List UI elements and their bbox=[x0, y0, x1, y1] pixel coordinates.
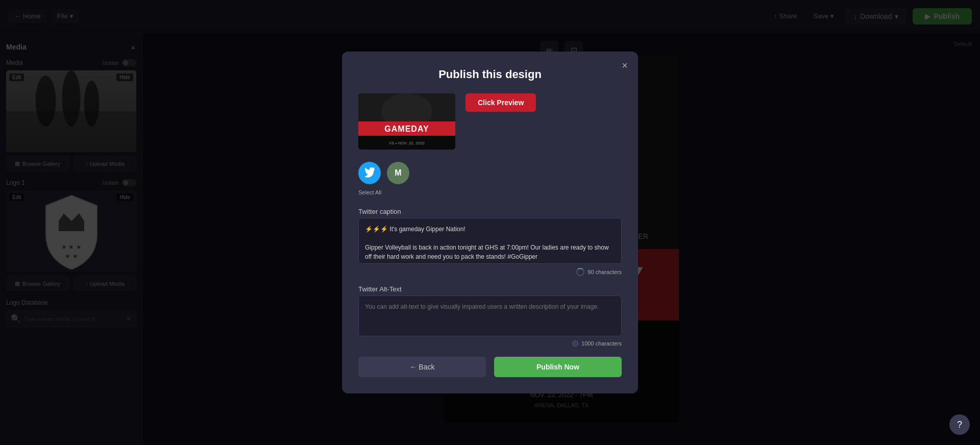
modal-overlay: Publish this design × GAMEDAY VS • NOV. … bbox=[0, 0, 980, 445]
help-button[interactable]: ? bbox=[949, 414, 970, 435]
svg-text:GAMEDAY: GAMEDAY bbox=[384, 125, 429, 133]
modal-thumb-svg: GAMEDAY VS • NOV. 22, 2022 bbox=[358, 93, 455, 150]
char-spinner-icon bbox=[576, 268, 584, 276]
twitter-icon[interactable] bbox=[358, 162, 381, 184]
modal-preview-right: Click Preview bbox=[465, 93, 622, 112]
caption-char-count: 90 characters bbox=[587, 269, 622, 275]
click-preview-button[interactable]: Click Preview bbox=[465, 93, 536, 112]
caption-char-count-row: 90 characters bbox=[358, 268, 622, 276]
twitter-caption-textarea[interactable]: ⚡⚡⚡ It's gameday Gipper Nation! Gipper V… bbox=[358, 218, 622, 264]
modal-title: Publish this design bbox=[358, 68, 622, 81]
svg-text:VS • NOV. 22, 2022: VS • NOV. 22, 2022 bbox=[389, 141, 425, 145]
meta-letter: M bbox=[395, 168, 401, 178]
back-button[interactable]: ← Back bbox=[358, 357, 486, 377]
select-all-label[interactable]: Select All bbox=[358, 189, 381, 195]
modal-design-thumbnail: GAMEDAY VS • NOV. 22, 2022 bbox=[358, 93, 455, 150]
publish-modal: Publish this design × GAMEDAY VS • NOV. … bbox=[342, 52, 638, 393]
social-icons-row: M bbox=[358, 162, 622, 184]
modal-footer: ← Back Publish Now bbox=[358, 357, 622, 377]
twitter-alt-text-textarea[interactable] bbox=[358, 295, 622, 336]
twitter-bird-svg bbox=[364, 167, 375, 179]
alt-char-indicator bbox=[572, 340, 578, 347]
modal-thumb-inner: GAMEDAY VS • NOV. 22, 2022 bbox=[358, 93, 455, 150]
alt-char-count-row: 1000 characters bbox=[358, 340, 622, 347]
publish-modal-button[interactable]: Publish Now bbox=[494, 357, 622, 377]
twitter-alt-text-label: Twitter Alt-Text bbox=[358, 285, 402, 293]
modal-preview-row: GAMEDAY VS • NOV. 22, 2022 Click Preview bbox=[358, 93, 622, 150]
modal-close-button[interactable]: × bbox=[622, 60, 628, 71]
meta-icon[interactable]: M bbox=[387, 162, 409, 184]
twitter-caption-label: Twitter caption bbox=[358, 208, 401, 215]
alt-char-count: 1000 characters bbox=[581, 340, 622, 347]
